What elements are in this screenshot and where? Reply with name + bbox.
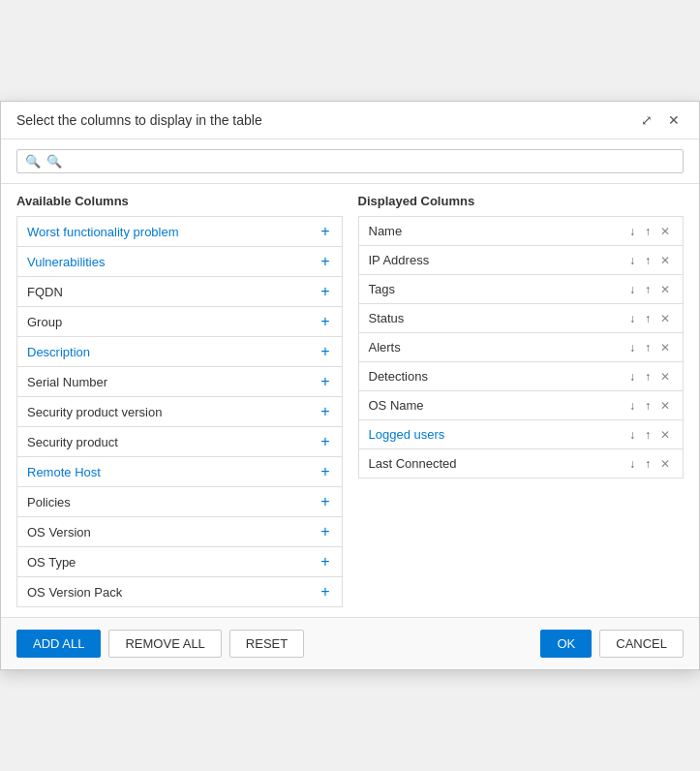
available-column-label: Security product version [27, 405, 162, 419]
expand-icon[interactable]: ⤢ [637, 111, 656, 129]
move-up-button[interactable]: ↑ [642, 341, 654, 355]
add-column-button[interactable]: + [319, 224, 331, 239]
add-column-button[interactable]: + [319, 374, 331, 389]
ok-button[interactable]: OK [540, 630, 592, 658]
displayed-columns-section: Displayed Columns Name↓↑✕IP Address↓↑✕Ta… [358, 194, 685, 607]
close-icon[interactable]: ✕ [664, 111, 684, 129]
header-icons: ⤢ ✕ [637, 111, 684, 129]
move-up-button[interactable]: ↑ [642, 254, 654, 267]
available-column-item: Remote Host+ [16, 456, 343, 486]
displayed-column-item: Status↓↑✕ [358, 303, 685, 332]
displayed-column-item: IP Address↓↑✕ [358, 245, 685, 274]
move-up-button[interactable]: ↑ [642, 312, 654, 325]
column-item-actions: ↓↑✕ [626, 457, 673, 471]
available-column-item: Description+ [16, 336, 343, 366]
remove-column-button[interactable]: ✕ [657, 254, 673, 267]
move-up-button[interactable]: ↑ [642, 225, 654, 238]
move-up-button[interactable]: ↑ [642, 399, 654, 413]
add-all-button[interactable]: ADD ALL [16, 630, 101, 658]
move-down-button[interactable]: ↓ [626, 341, 638, 355]
move-down-button[interactable]: ↓ [626, 428, 638, 442]
available-column-item: Security product+ [16, 426, 343, 456]
search-input-wrapper: 🔍 [16, 149, 684, 173]
column-selector-dialog: Select the columns to display in the tab… [0, 101, 700, 670]
dialog-header: Select the columns to display in the tab… [1, 102, 699, 139]
available-column-label: Vulnerabilities [27, 255, 105, 269]
add-column-button[interactable]: + [319, 464, 331, 479]
cancel-button[interactable]: CANCEL [599, 630, 684, 658]
available-column-item: OS Version+ [16, 516, 343, 546]
available-column-item: Group+ [16, 306, 343, 336]
remove-column-button[interactable]: ✕ [657, 457, 673, 471]
remove-column-button[interactable]: ✕ [657, 341, 673, 355]
remove-column-button[interactable]: ✕ [657, 399, 673, 413]
add-column-button[interactable]: + [319, 584, 331, 600]
add-column-button[interactable]: + [319, 404, 331, 419]
displayed-column-label: Alerts [369, 340, 401, 355]
move-up-button[interactable]: ↑ [642, 428, 654, 442]
displayed-column-label: Tags [369, 282, 395, 296]
available-column-item: Vulnerabilities+ [16, 246, 343, 276]
displayed-column-item: Tags↓↑✕ [358, 274, 685, 303]
column-item-actions: ↓↑✕ [626, 312, 673, 325]
remove-all-button[interactable]: REMOVE ALL [108, 630, 221, 658]
displayed-column-label: Name [369, 224, 403, 238]
available-column-item: FQDN+ [16, 276, 343, 306]
displayed-column-item: Logged users↓↑✕ [358, 419, 685, 448]
remove-column-button[interactable]: ✕ [657, 283, 673, 296]
available-column-label: Security product [27, 435, 118, 449]
move-down-button[interactable]: ↓ [626, 254, 638, 267]
add-column-button[interactable]: + [319, 284, 331, 299]
add-column-button[interactable]: + [319, 434, 331, 449]
displayed-column-label: Last Connected [369, 456, 457, 471]
move-up-button[interactable]: ↑ [642, 457, 654, 471]
available-column-item: OS Version Pack+ [16, 576, 343, 607]
move-down-button[interactable]: ↓ [626, 457, 638, 471]
column-item-actions: ↓↑✕ [626, 399, 673, 413]
footer-right: OK CANCEL [540, 630, 684, 658]
displayed-columns-list: Name↓↑✕IP Address↓↑✕Tags↓↑✕Status↓↑✕Aler… [358, 216, 685, 607]
add-column-button[interactable]: + [319, 494, 331, 509]
displayed-column-label: Detections [369, 369, 428, 384]
search-input[interactable] [46, 154, 675, 169]
move-down-button[interactable]: ↓ [626, 399, 638, 413]
column-item-actions: ↓↑✕ [626, 428, 673, 442]
available-column-item: Policies+ [16, 486, 343, 516]
move-down-button[interactable]: ↓ [626, 283, 638, 296]
move-down-button[interactable]: ↓ [626, 370, 638, 384]
columns-area: Available Columns Worst functionality pr… [1, 184, 699, 617]
reset-button[interactable]: RESET [229, 630, 304, 658]
remove-column-button[interactable]: ✕ [657, 312, 673, 325]
displayed-column-label: Logged users [369, 427, 445, 442]
add-column-button[interactable]: + [319, 524, 331, 540]
displayed-columns-title: Displayed Columns [358, 194, 685, 208]
available-columns-wrapper: Worst functionality problem+Vulnerabilit… [16, 216, 343, 607]
add-column-button[interactable]: + [319, 344, 331, 359]
remove-column-button[interactable]: ✕ [657, 370, 673, 384]
available-column-item: Security product version+ [16, 396, 343, 426]
move-down-button[interactable]: ↓ [626, 225, 638, 238]
available-column-item: Serial Number+ [16, 366, 343, 396]
displayed-column-label: Status [369, 311, 405, 325]
displayed-column-item: OS Name↓↑✕ [358, 390, 685, 419]
column-item-actions: ↓↑✕ [626, 370, 673, 384]
displayed-column-label: OS Name [369, 398, 424, 413]
add-column-button[interactable]: + [319, 554, 331, 570]
displayed-column-item: Alerts↓↑✕ [358, 332, 685, 361]
column-item-actions: ↓↑✕ [626, 254, 673, 267]
remove-column-button[interactable]: ✕ [657, 225, 673, 238]
add-column-button[interactable]: + [319, 314, 331, 329]
available-column-label: Policies [27, 495, 71, 509]
remove-column-button[interactable]: ✕ [657, 428, 673, 442]
available-column-item: Worst functionality problem+ [16, 216, 343, 246]
move-down-button[interactable]: ↓ [626, 312, 638, 325]
move-up-button[interactable]: ↑ [642, 283, 654, 296]
available-column-label: OS Type [27, 555, 76, 570]
available-column-label: Serial Number [27, 375, 107, 389]
move-up-button[interactable]: ↑ [642, 370, 654, 384]
available-column-label: Group [27, 315, 62, 329]
add-column-button[interactable]: + [319, 254, 331, 269]
available-column-label: Worst functionality problem [27, 225, 179, 239]
available-column-item: OS Type+ [16, 546, 343, 576]
available-column-label: FQDN [27, 285, 63, 299]
